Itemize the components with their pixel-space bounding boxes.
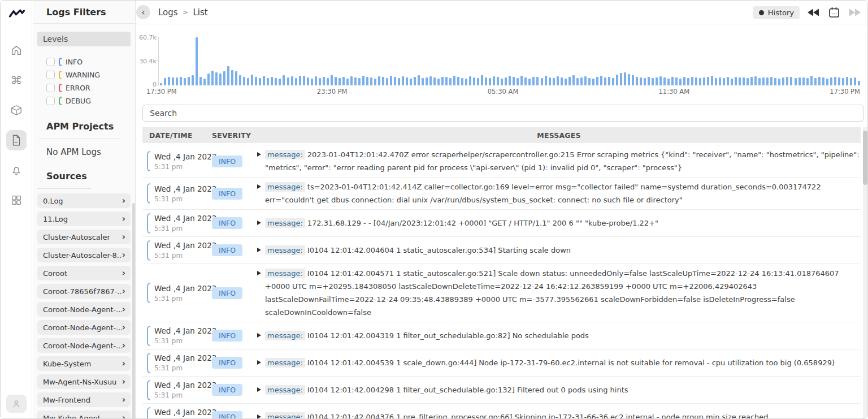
chart-bar[interactable]: [707, 77, 709, 85]
expand-arrow-icon[interactable]: [257, 333, 261, 338]
chart-bar[interactable]: [652, 78, 654, 85]
log-message-cell[interactable]: message:I0104 12:01:42.004298 1 filter_o…: [257, 383, 861, 396]
chart-bar[interactable]: [568, 77, 571, 85]
chart-bar[interactable]: [335, 77, 337, 85]
chart-bar[interactable]: [398, 78, 400, 85]
log-message-cell[interactable]: message:I0104 12:01:42.004571 1 static_a…: [257, 267, 861, 319]
chart-bar[interactable]: [532, 77, 535, 85]
chart-bar[interactable]: [830, 77, 832, 85]
chart-bar[interactable]: [774, 78, 776, 85]
chart-bar[interactable]: [263, 76, 265, 85]
chart-bar[interactable]: [509, 76, 511, 85]
levels-section-header[interactable]: Levels: [37, 32, 131, 46]
user-profile-button[interactable]: [6, 395, 27, 413]
chart-bar[interactable]: [826, 79, 828, 85]
level-checkbox[interactable]: [46, 84, 55, 92]
chart-bar[interactable]: [858, 81, 860, 85]
chart-bar[interactable]: [553, 78, 555, 85]
chart-bar[interactable]: [370, 77, 372, 85]
chart-bar[interactable]: [295, 78, 297, 85]
chart-bar[interactable]: [656, 77, 658, 85]
chart-bar[interactable]: [358, 78, 361, 85]
chart-bar[interactable]: [604, 77, 606, 85]
chart-bar[interactable]: [188, 77, 190, 85]
chart-bar[interactable]: [628, 74, 630, 85]
chart-bar[interactable]: [608, 77, 610, 85]
chart-bar[interactable]: [207, 74, 210, 85]
sidebar-item-logs[interactable]: [6, 130, 27, 150]
chart-bar[interactable]: [576, 78, 579, 85]
chart-bar[interactable]: [612, 78, 614, 85]
chart-bar[interactable]: [743, 77, 745, 85]
source-item[interactable]: Mw-Agent-Ns-Xusuu›: [37, 374, 131, 389]
chart-bar[interactable]: [565, 79, 567, 85]
source-item[interactable]: Coroot-Node-Agent-...›: [37, 338, 131, 353]
chart-bar[interactable]: [192, 75, 194, 85]
chart-bar[interactable]: [667, 79, 670, 85]
chart-bar[interactable]: [814, 78, 817, 85]
chart-bar[interactable]: [818, 77, 821, 85]
chart-bar[interactable]: [536, 77, 539, 85]
chart-bar[interactable]: [545, 76, 547, 85]
chart-bar[interactable]: [679, 79, 682, 85]
chart-bar[interactable]: [624, 72, 626, 85]
chart-bar[interactable]: [663, 77, 666, 85]
chart-bar[interactable]: [219, 74, 222, 85]
chart-bar[interactable]: [750, 77, 753, 85]
chart-bar[interactable]: [822, 77, 824, 85]
chart-bar[interactable]: [790, 77, 792, 85]
chart-bar[interactable]: [402, 76, 404, 85]
chart-bar[interactable]: [406, 77, 408, 85]
chart-bar[interactable]: [378, 76, 380, 85]
chart-bar[interactable]: [386, 78, 388, 85]
chart-bar[interactable]: [211, 71, 214, 85]
forward-time-button[interactable]: [848, 8, 861, 17]
chart-bar[interactable]: [267, 78, 269, 85]
chart-bar[interactable]: [758, 78, 761, 85]
chart-bar[interactable]: [255, 77, 257, 85]
rewind-time-button[interactable]: [808, 8, 820, 17]
chart-bar[interactable]: [445, 77, 448, 85]
chart-bar[interactable]: [731, 79, 733, 85]
chart-bar[interactable]: [331, 75, 333, 85]
chart-bar[interactable]: [410, 79, 412, 85]
chart-bar[interactable]: [469, 76, 471, 85]
chart-bar[interactable]: [770, 77, 772, 85]
chart-bar[interactable]: [477, 78, 479, 85]
chart-bar[interactable]: [493, 76, 495, 85]
breadcrumb-list[interactable]: List: [193, 7, 208, 18]
chart-bar[interactable]: [203, 79, 206, 85]
chart-bar[interactable]: [338, 78, 341, 85]
chart-bar[interactable]: [350, 76, 353, 85]
sidebar-item-home[interactable]: [6, 40, 27, 61]
chart-bar[interactable]: [735, 77, 737, 85]
source-item[interactable]: Coroot›: [37, 266, 131, 280]
chart-bar[interactable]: [275, 78, 277, 85]
chart-bar[interactable]: [366, 77, 368, 85]
chart-bar[interactable]: [449, 78, 452, 85]
log-message-cell[interactable]: message:I0104 12:01:42.004539 1 scale_do…: [257, 356, 861, 369]
chart-bar[interactable]: [299, 76, 301, 85]
chart-bar[interactable]: [802, 77, 805, 85]
chart-bar[interactable]: [703, 77, 705, 85]
chart-bar[interactable]: [782, 77, 784, 85]
chart-bar[interactable]: [786, 77, 788, 85]
chart-bar[interactable]: [164, 78, 166, 85]
chart-bar[interactable]: [394, 77, 396, 85]
history-button[interactable]: History: [753, 6, 800, 19]
chart-bar[interactable]: [235, 71, 237, 85]
chart-bar[interactable]: [457, 77, 459, 85]
chart-bar[interactable]: [747, 78, 749, 85]
chart-bar[interactable]: [592, 79, 594, 85]
log-message-cell[interactable]: message:I0104 12:01:42.004376 1 pre_filt…: [257, 411, 861, 419]
chart-bar[interactable]: [422, 78, 424, 85]
source-item[interactable]: Mw-Kube-Agent›: [37, 411, 131, 419]
list-scrollbar[interactable]: [863, 127, 867, 418]
chart-bar[interactable]: [584, 76, 587, 85]
chart-bar[interactable]: [418, 75, 420, 85]
chart-bar[interactable]: [644, 78, 646, 85]
chart-bar[interactable]: [557, 76, 559, 85]
chart-bar[interactable]: [279, 79, 281, 85]
expand-arrow-icon[interactable]: [257, 360, 261, 365]
chart-bar[interactable]: [640, 77, 642, 85]
